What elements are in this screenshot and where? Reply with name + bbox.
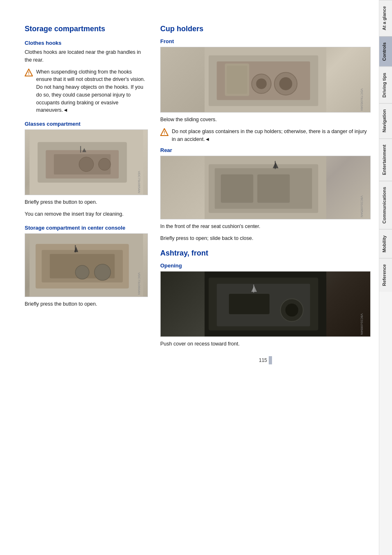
glasses-img-label: VDC73c065AN [137,171,141,193]
glasses-compartment-section: Glasses compartment VDC73c065AN Brie [25,121,148,218]
svg-rect-26 [227,65,247,94]
sidebar-tab-navigation[interactable]: Navigation [379,103,392,138]
sidebar-tab-controls[interactable]: Controls [379,36,392,67]
clothes-hooks-section: Clothes hooks Clothes hooks are located … [25,40,148,114]
cup-front-image: VDC73c062AN [160,47,371,113]
cup-holders-title: Cup holders [160,25,371,33]
svg-text:!: ! [164,130,165,135]
glasses-compartment-title: Glasses compartment [25,121,148,127]
svg-rect-32 [221,175,253,203]
cup-holders-section: Cup holders Front VDC73 [160,25,371,242]
sidebar-tab-reference[interactable]: Reference [379,258,392,292]
clothes-hooks-warning-text: When suspending clothing from the hooks … [36,68,148,115]
center-console-title: Storage compartment in center console [25,225,148,231]
ashtray-image: V8C31c0694N [160,271,371,337]
svg-rect-39 [229,294,270,314]
sidebar: At a glance Controls Driving tips Naviga… [379,0,392,555]
cup-front-img-label: VDC73c062AN [360,88,364,111]
ashtray-img-label: V8C31c0694N [360,313,364,335]
cup-rear-img-label: V8C31c065AN [360,196,364,217]
svg-point-41 [285,304,298,317]
ashtray-title: Ashtray, front [160,249,371,258]
center-console-section: Storage compartment in center console VD… [25,225,148,308]
center-console-image: VDC73c066AN [25,233,148,297]
left-column: Storage compartments Clothes hooks Cloth… [25,25,148,530]
cup-front-svg [161,47,370,112]
glasses-caption2: You can remove the insert tray for clean… [25,210,148,218]
ashtray-section: Ashtray, front Opening V8C31c0694N [160,249,371,348]
warning-triangle-icon: ! [25,69,33,77]
sidebar-tab-mobility[interactable]: Mobility [379,229,392,258]
ashtray-opening-subtitle: Opening [160,263,371,269]
clothes-hooks-body: Clothes hooks are located near the grab … [25,48,148,64]
svg-point-15 [75,265,89,279]
cup-front-caption: Below the sliding covers. [160,116,371,124]
page-container: Storage compartments Clothes hooks Cloth… [0,0,392,555]
svg-rect-43 [253,284,254,292]
svg-point-6 [79,157,94,172]
page-number-bar: 115 [160,356,371,364]
sidebar-tab-communications[interactable]: Communications [379,181,392,229]
cup-front-warning-box: ! Do not place glass containers in the c… [160,128,371,143]
sidebar-tab-at-a-glance[interactable]: At a glance [379,0,392,36]
cup-rear-subtitle: Rear [160,147,371,153]
storage-compartments-title: Storage compartments [25,25,148,33]
glasses-caption1: Briefly press the button to open. [25,198,148,206]
cup-front-warning-text: Do not place glass containers in the cup… [172,128,371,143]
svg-rect-17 [75,245,76,252]
page-marker [269,356,272,364]
glasses-compartment-image: VDC73c065AN [25,129,148,195]
center-console-caption: Briefly press the button to open. [25,300,148,308]
glasses-image-svg [25,130,148,195]
center-console-svg [25,234,148,297]
page-number-area: 115 [160,356,371,377]
sidebar-tab-driving-tips[interactable]: Driving tips [379,67,392,104]
center-console-img-label: VDC73c066AN [137,272,141,295]
cup-rear-caption1: In the front of the rear seat cushion's … [160,223,371,230]
right-column: Cup holders Front VDC73 [160,25,371,530]
svg-rect-33 [257,175,290,203]
cup-warning-icon: ! [160,128,168,136]
sidebar-tab-entertainment[interactable]: Entertainment [379,138,392,181]
svg-point-22 [279,77,293,90]
cup-front-subtitle: Front [160,38,371,44]
clothes-hooks-warning-box: ! When suspending clothing from the hook… [25,68,148,115]
cup-rear-caption2: Briefly press to open; slide back to clo… [160,235,371,242]
svg-point-24 [256,78,267,89]
svg-point-14 [95,264,111,280]
page-number: 115 [259,357,267,363]
storage-compartments-section: Storage compartments [25,25,148,33]
clothes-hooks-title: Clothes hooks [25,40,148,46]
cup-rear-svg [161,156,370,219]
svg-rect-9 [80,146,81,153]
ashtray-caption: Push cover on recess toward front. [160,340,371,348]
svg-text:!: ! [28,71,30,76]
ashtray-svg [161,272,370,336]
svg-rect-35 [275,161,276,169]
svg-point-7 [99,158,111,170]
main-content: Storage compartments Clothes hooks Cloth… [0,0,379,555]
cup-rear-image: V8C31c065AN [160,156,371,219]
